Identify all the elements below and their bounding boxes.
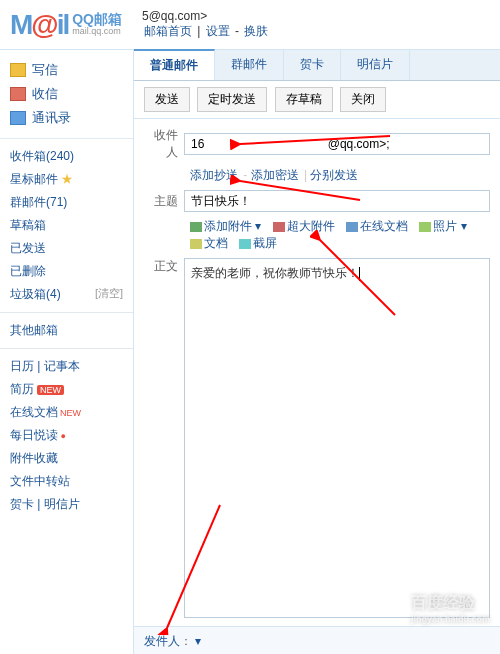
body-editor[interactable]: 亲爱的老师，祝你教师节快乐！ [184, 258, 490, 618]
folder-starred[interactable]: 星标邮件 ★ [10, 168, 123, 191]
logo-text-en: mail.qq.com [72, 27, 122, 37]
attach-link[interactable]: 添加附件 ▾ [190, 219, 261, 233]
main: 普通邮件 群邮件 贺卡 明信片 发送 定时发送 存草稿 关闭 收件人 添加抄送 … [134, 50, 500, 654]
nav-skin[interactable]: 换肤 [244, 24, 268, 38]
big-attach-link[interactable]: 超大附件 [273, 219, 335, 233]
bottom-bar: 发件人： ▾ 发送 定时发送 存草稿 关闭 [134, 626, 500, 654]
new-badge: NEW [37, 385, 64, 395]
nav-settings[interactable]: 设置 [206, 24, 230, 38]
add-cc[interactable]: 添加抄送 [190, 168, 238, 182]
doc2-link[interactable]: 文档 [190, 236, 228, 250]
clear-trash[interactable]: [清空] [95, 286, 123, 301]
doc-icon [346, 222, 358, 232]
logo: M@il QQ邮箱 mail.qq.com [10, 9, 122, 41]
body-label: 正文 [144, 258, 184, 618]
folder-other[interactable]: 其他邮箱 [10, 319, 123, 342]
header-info: 5@qq.com> 邮箱首页 | 设置 - 换肤 [142, 9, 270, 40]
sender-label: 发件人 [144, 634, 180, 648]
to-input[interactable] [184, 133, 490, 155]
folder-sent[interactable]: 已发送 [10, 237, 123, 260]
compose-area: 收件人 添加抄送 - 添加密送 | 分别发送 主题 添加附件 ▾ 超大附件 在线… [134, 119, 500, 626]
sidebar: 写信 收信 通讯录 收件箱(240) 星标邮件 ★ 群邮件(71) 草稿箱 已发… [0, 50, 134, 654]
folder-drafts[interactable]: 草稿箱 [10, 214, 123, 237]
to-label: 收件人 [144, 127, 184, 161]
photo-icon [419, 222, 431, 232]
online-doc-link[interactable]: 在线文档 [346, 219, 408, 233]
send-button[interactable]: 发送 [144, 87, 190, 112]
document-icon [190, 239, 202, 249]
big-attach-icon [273, 222, 285, 232]
link-transfer[interactable]: 文件中转站 [10, 470, 123, 493]
user-email: 5@qq.com> [142, 9, 207, 23]
watermark: 百度经验 jingyan.baidu.com [411, 593, 490, 624]
receive-link[interactable]: 收信 [10, 82, 123, 106]
link-cards[interactable]: 贺卡 | 明信片 [10, 493, 123, 516]
screenshot-icon [239, 239, 251, 249]
compose-icon [10, 63, 26, 77]
scheduled-button[interactable]: 定时发送 [197, 87, 267, 112]
link-resume[interactable]: 简历NEW [10, 378, 123, 401]
subject-input[interactable] [184, 190, 490, 212]
tab-card[interactable]: 贺卡 [284, 50, 341, 80]
draft-button[interactable]: 存草稿 [275, 87, 333, 112]
folder-trash[interactable]: 垃圾箱(4)[清空] [10, 283, 123, 306]
receive-icon [10, 87, 26, 101]
paperclip-icon [190, 222, 202, 232]
logo-icon: M@il [10, 9, 68, 41]
tab-normal[interactable]: 普通邮件 [134, 49, 215, 80]
link-daily[interactable]: 每日悦读 ● [10, 424, 123, 447]
compose-link[interactable]: 写信 [10, 58, 123, 82]
tabs: 普通邮件 群邮件 贺卡 明信片 [134, 50, 500, 81]
link-docs[interactable]: 在线文档NEW [10, 401, 123, 424]
folder-deleted[interactable]: 已删除 [10, 260, 123, 283]
add-bcc[interactable]: 添加密送 [251, 168, 299, 182]
subject-label: 主题 [144, 193, 184, 210]
link-calendar[interactable]: 日历 | 记事本 [10, 355, 123, 378]
split-send[interactable]: 分别发送 [310, 168, 358, 182]
contacts-link[interactable]: 通讯录 [10, 106, 123, 130]
attach-bar: 添加附件 ▾ 超大附件 在线文档 照片 ▾ 文档 截屏 [190, 218, 490, 252]
star-icon: ★ [61, 172, 73, 186]
folder-inbox[interactable]: 收件箱(240) [10, 145, 123, 168]
logo-text-zh: QQ邮箱 [72, 12, 122, 27]
tab-postcard[interactable]: 明信片 [341, 50, 410, 80]
tab-group[interactable]: 群邮件 [215, 50, 284, 80]
link-attachments[interactable]: 附件收藏 [10, 447, 123, 470]
folder-group[interactable]: 群邮件(71) [10, 191, 123, 214]
header: M@il QQ邮箱 mail.qq.com 5@qq.com> 邮箱首页 | 设… [0, 0, 500, 50]
sender-select[interactable]: ▾ [195, 634, 201, 648]
screenshot-link[interactable]: 截屏 [239, 236, 277, 250]
close-button[interactable]: 关闭 [340, 87, 386, 112]
nav-home[interactable]: 邮箱首页 [144, 24, 192, 38]
contacts-icon [10, 111, 26, 125]
toolbar-top: 发送 定时发送 存草稿 关闭 [134, 81, 500, 119]
cc-links: 添加抄送 - 添加密送 | 分别发送 [190, 167, 490, 184]
photo-link[interactable]: 照片 ▾ [419, 219, 466, 233]
